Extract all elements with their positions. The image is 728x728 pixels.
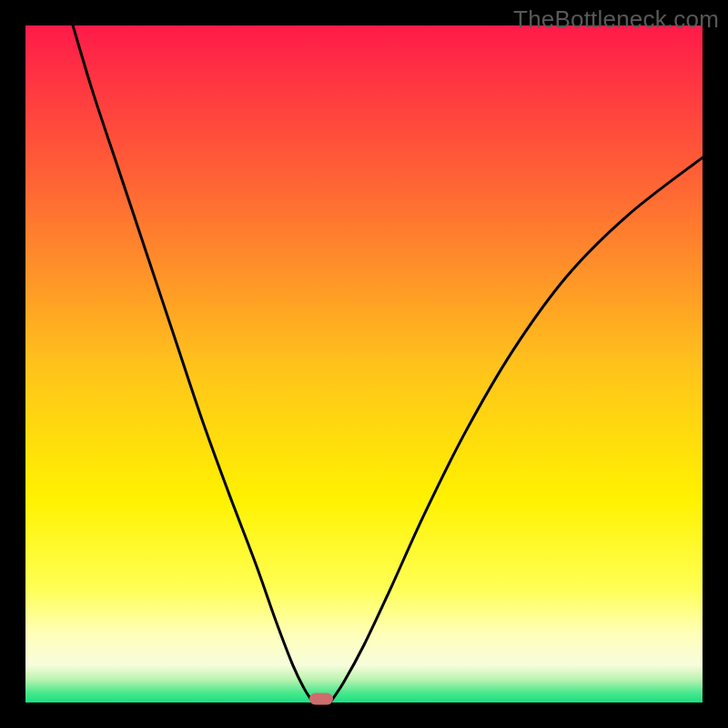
optimal-point-marker: [309, 693, 333, 705]
curve-right-branch: [330, 157, 703, 703]
bottleneck-curve: [25, 25, 703, 703]
chart-frame: [25, 25, 703, 703]
curve-left-branch: [73, 25, 313, 703]
watermark-text: TheBottleneck.com: [513, 5, 719, 34]
